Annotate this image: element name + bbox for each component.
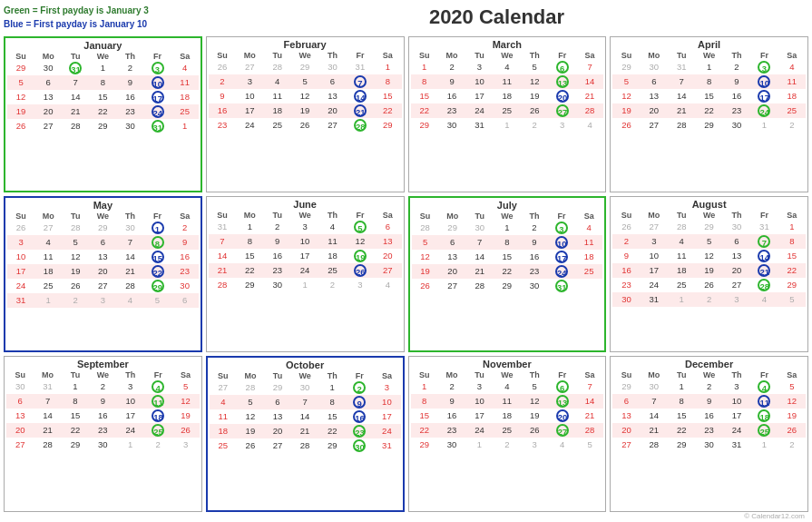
cal-cell: 23 [612,278,640,292]
day-number: 14 [354,90,367,103]
cal-cell: 15 [62,409,89,423]
cal-cell: 5 [778,379,806,394]
cal-cell: 10 [291,234,318,249]
cal-cell: 17 [723,409,750,423]
cal-cell: 28 [466,279,494,293]
cal-row: 272829303112 [612,438,806,452]
day-number: 9 [96,395,109,408]
day-number: 2 [528,119,541,132]
cal-cell: 3 [750,60,778,74]
cal-cell: 19 [7,104,34,119]
cal-cell: 2 [695,379,722,394]
cal-cell: 1 [374,60,401,74]
cal-cell: 5 [171,379,199,394]
cal-cell: 4 [494,379,521,394]
day-number: 17 [152,91,164,103]
cal-cell: 6 [612,394,640,409]
day-number: 7 [42,395,54,408]
cal-cell: 13 [641,89,668,103]
cal-cell: 7 [347,74,374,89]
day-number: 8 [326,396,338,409]
day-number: 26 [180,424,192,437]
cal-cell: 2 [438,60,465,74]
cal-cell: 2 [116,61,143,75]
day-number: 25 [152,424,164,437]
day-number: 5 [244,396,257,409]
cal-cell: 27 [439,279,466,293]
day-number: 14 [675,90,688,103]
day-number: 5 [15,76,27,89]
cal-cell: 12 [612,89,640,103]
day-number: 15 [96,91,109,103]
day-number: 7 [298,396,311,409]
cal-cell: 16 [695,409,722,423]
day-number: 15 [69,409,82,422]
cal-cell: 27 [548,103,575,118]
day-number: 6 [381,221,394,233]
cal-row: 14151617181920 [209,249,402,263]
cal-cell: 4 [264,74,291,89]
day-number: 3 [96,294,109,307]
day-number: 3 [15,236,27,249]
day-number: 30 [648,61,660,74]
cal-cell: 17 [465,89,493,103]
month-name: February [209,39,402,50]
cal-cell: 31 [641,292,668,307]
cal-table: SuMoTuWeThFrSa27282930123456789101112131… [210,371,401,453]
cal-cell: 10 [143,75,171,90]
day-number: 29 [703,221,716,233]
day-number: 12 [15,91,27,103]
day-number: 8 [69,395,82,408]
cal-cell: 1 [494,118,521,133]
cal-cell: 4 [210,395,237,409]
cal-cell: 27 [723,278,750,292]
day-number: 18 [501,409,514,422]
day-number: 25 [327,264,339,277]
day-number: 29 [501,280,514,292]
cal-cell: 12 [62,250,89,264]
day-number: 8 [703,75,716,88]
day-number: 1 [298,279,311,291]
cal-cell: 19 [412,264,439,279]
cal-cell: 18 [34,264,62,279]
day-number: 6 [620,395,632,408]
day-number: 28 [354,119,367,132]
cal-cell: 16 [438,409,465,423]
day-number: 13 [271,410,284,423]
cal-cell: 30 [291,380,318,395]
cal-cell: 20 [89,264,116,279]
cal-cell: 12 [171,394,199,409]
cal-table: SuMoTuWeThFrSa12345678910111213141516171… [411,51,604,133]
cal-row: 12131415161718 [612,89,806,103]
cal-row: 2627282930311 [209,60,402,74]
day-number: 3 [298,221,311,233]
day-number: 5 [583,438,596,451]
cal-cell: 24 [7,279,34,293]
day-number: 14 [42,409,54,422]
cal-cell: 22 [494,264,521,279]
cal-cell: 3 [548,221,575,235]
day-number: 7 [583,380,596,393]
cal-row: 24252627282930 [7,279,199,293]
cal-table: SuMoTuWeThFrSa29303112345678910111213141… [7,52,199,133]
cal-cell: 29 [318,438,346,453]
day-number: 24 [473,104,485,117]
month-name: August [612,199,806,210]
cal-cell: 9 [209,89,236,103]
day-number: 20 [556,90,569,103]
cal-cell: 16 [346,409,373,424]
day-number: 2 [179,222,191,234]
day-number: 29 [620,61,632,74]
cal-cell: 11 [264,89,291,103]
day-number: 29 [96,120,109,133]
cal-cell: 6 [89,235,116,250]
cal-cell: 16 [438,89,465,103]
day-number: 8 [675,395,688,408]
day-number: 5 [786,293,798,306]
cal-cell: 4 [374,278,401,292]
cal-cell: 5 [521,379,548,394]
day-number: 28 [474,280,486,292]
cal-cell: 9 [723,74,750,89]
cal-cell: 21 [750,263,778,278]
day-number: 22 [69,424,82,437]
